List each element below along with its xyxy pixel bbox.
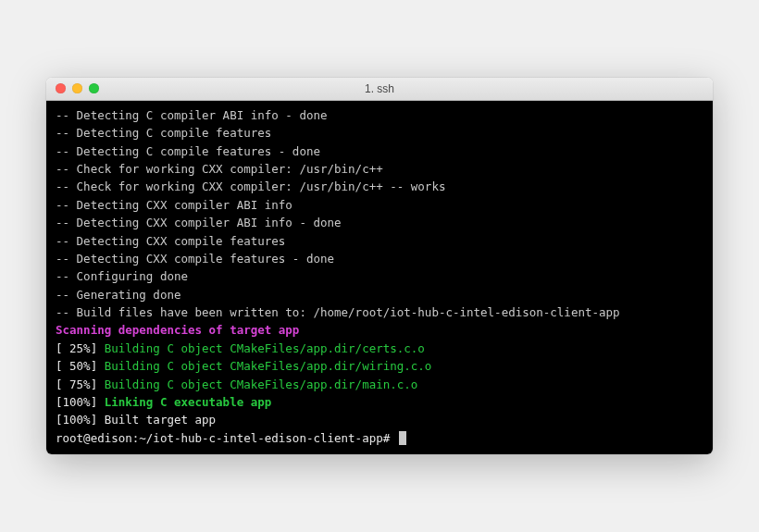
terminal-window: 1. ssh -- Detecting C compiler ABI info … [46, 78, 713, 454]
window-title: 1. ssh [46, 82, 713, 95]
terminal-body[interactable]: -- Detecting C compiler ABI info - done … [46, 101, 713, 454]
output-line: -- Check for working CXX compiler: /usr/… [56, 179, 445, 193]
titlebar: 1. ssh [46, 78, 713, 101]
build-line: Building C object CMakeFiles/app.dir/mai… [105, 377, 418, 391]
progress-50: [ 50%] [56, 359, 105, 373]
output-line: -- Detecting CXX compile features - done [56, 252, 334, 266]
output-line: -- Detecting C compile features - done [56, 144, 320, 158]
output-line: -- Configuring done [56, 269, 188, 283]
output-line: -- Detecting CXX compiler ABI info - don… [56, 216, 342, 229]
output-line: -- Detecting CXX compile features [56, 234, 285, 248]
output-line: -- Generating done [56, 288, 180, 302]
scan-line: Scanning dependencies of target app [56, 323, 299, 337]
build-line: Building C object CMakeFiles/app.dir/cer… [105, 341, 425, 355]
link-line: Linking C executable app [105, 395, 272, 409]
output-line: -- Detecting C compiler ABI info - done [56, 108, 328, 122]
progress-75: [ 75%] [56, 377, 105, 391]
progress-100: [100%] [56, 395, 105, 409]
output-line: -- Detecting C compile features [56, 126, 271, 140]
output-line: -- Check for working CXX compiler: /usr/… [56, 162, 383, 176]
cursor-icon [399, 431, 406, 445]
output-line: -- Detecting CXX compiler ABI info [56, 198, 292, 212]
shell-prompt: root@edison:~/iot-hub-c-intel-edison-cli… [56, 431, 397, 445]
build-line: Building C object CMakeFiles/app.dir/wir… [105, 359, 432, 373]
output-line: -- Build files have been written to: /ho… [56, 305, 620, 319]
built-line: Built target app [105, 413, 216, 427]
progress-100: [100%] [56, 413, 105, 427]
progress-25: [ 25%] [56, 341, 105, 355]
